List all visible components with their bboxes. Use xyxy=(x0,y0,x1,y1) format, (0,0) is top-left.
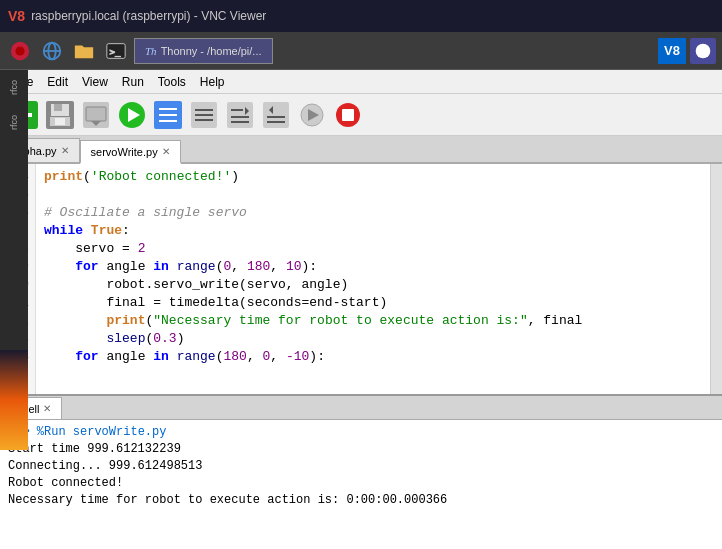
load-button[interactable] xyxy=(80,99,112,131)
step-out-button[interactable] xyxy=(260,99,292,131)
svg-rect-33 xyxy=(231,121,249,123)
svg-rect-23 xyxy=(159,114,177,116)
svg-rect-36 xyxy=(267,116,285,118)
folder-icon[interactable] xyxy=(70,37,98,65)
svg-rect-13 xyxy=(54,104,62,111)
svg-rect-29 xyxy=(227,102,253,128)
svg-rect-26 xyxy=(195,109,213,111)
vnc-badge: V8 xyxy=(658,38,686,64)
editor-scrollbar[interactable] xyxy=(710,164,722,394)
svg-rect-34 xyxy=(263,102,289,128)
svg-rect-27 xyxy=(195,114,213,116)
resume-button[interactable] xyxy=(296,99,328,131)
shell-run-cmd: %Run servoWrite.py xyxy=(37,425,167,439)
shell-prompt-line: >>> %Run servoWrite.py xyxy=(8,424,714,441)
tab-alpha-close[interactable]: ✕ xyxy=(61,145,69,156)
shell-content[interactable]: >>> %Run servoWrite.py Start time 999.61… xyxy=(0,420,722,549)
svg-point-7 xyxy=(696,43,711,58)
menu-tools[interactable]: Tools xyxy=(152,73,192,91)
menu-view[interactable]: View xyxy=(76,73,114,91)
raspberry-pi-icon[interactable] xyxy=(6,37,34,65)
tab-servowrite-label: servoWrite.py xyxy=(91,146,158,158)
sidebar-label-rfco: rfco xyxy=(9,80,19,95)
shell-tab-bar: Shell ✕ xyxy=(0,396,722,420)
svg-point-1 xyxy=(15,46,24,55)
tab-servowrite-close[interactable]: ✕ xyxy=(162,146,170,157)
menu-help[interactable]: Help xyxy=(194,73,231,91)
tab-bar: alpha.py ✕ servoWrite.py ✕ xyxy=(0,136,722,164)
step-into-button[interactable] xyxy=(224,99,256,131)
svg-rect-32 xyxy=(231,116,249,118)
sidebar-label-rfco2: rfco xyxy=(9,115,19,130)
shell-tab-close[interactable]: ✕ xyxy=(43,403,51,414)
globe-icon[interactable] xyxy=(38,37,66,65)
menu-run[interactable]: Run xyxy=(116,73,150,91)
shell-line-3: Robot connected! xyxy=(8,475,714,492)
editor-area[interactable]: 14 15 16 17 18 19 20 21 22 23 24 print('… xyxy=(0,164,722,394)
title-bar: V8 raspberrypi.local (raspberrypi) - VNC… xyxy=(0,0,722,32)
thonny-taskbar-button[interactable]: Th Thonny - /home/pi/... xyxy=(134,38,273,64)
code-editor[interactable]: print('Robot connected!') # Oscillate a … xyxy=(36,164,710,394)
stop-button[interactable] xyxy=(332,99,364,131)
svg-rect-37 xyxy=(267,121,285,123)
svg-rect-30 xyxy=(231,109,243,111)
shell-line-2: Connecting... 999.612498513 xyxy=(8,458,714,475)
svg-rect-17 xyxy=(86,107,106,121)
svg-rect-28 xyxy=(195,119,213,121)
step-over-button[interactable] xyxy=(188,99,220,131)
tab-servowrite[interactable]: servoWrite.py ✕ xyxy=(80,140,181,164)
vnc-logo: V8 xyxy=(8,8,25,24)
ide-window: File Edit View Run Tools Help xyxy=(0,70,722,549)
terminal-icon[interactable]: >_ xyxy=(102,37,130,65)
svg-rect-41 xyxy=(342,109,354,121)
extra-taskbar-icon[interactable] xyxy=(690,38,716,64)
svg-text:>_: >_ xyxy=(110,45,122,56)
svg-rect-24 xyxy=(159,120,177,122)
save-button[interactable] xyxy=(44,99,76,131)
taskbar: >_ Th Thonny - /home/pi/... V8 xyxy=(0,32,722,70)
debug-button[interactable] xyxy=(152,99,184,131)
menu-bar: File Edit View Run Tools Help xyxy=(0,70,722,94)
run-button[interactable] xyxy=(116,99,148,131)
menu-edit[interactable]: Edit xyxy=(41,73,74,91)
left-sidebar: rfco rfco xyxy=(0,70,28,450)
shell-line-1: Start time 999.612132239 xyxy=(8,441,714,458)
window-title: raspberrypi.local (raspberrypi) - VNC Vi… xyxy=(31,9,266,23)
shell-section: Shell ✕ >>> %Run servoWrite.py Start tim… xyxy=(0,394,722,549)
svg-rect-22 xyxy=(159,108,177,110)
thonny-taskbar-label: Thonny - /home/pi/... xyxy=(161,45,262,57)
toolbar xyxy=(0,94,722,136)
shell-line-4: Necessary time for robot to execute acti… xyxy=(8,492,714,509)
svg-rect-15 xyxy=(55,118,65,125)
sidebar-sunset-decoration xyxy=(0,350,28,450)
